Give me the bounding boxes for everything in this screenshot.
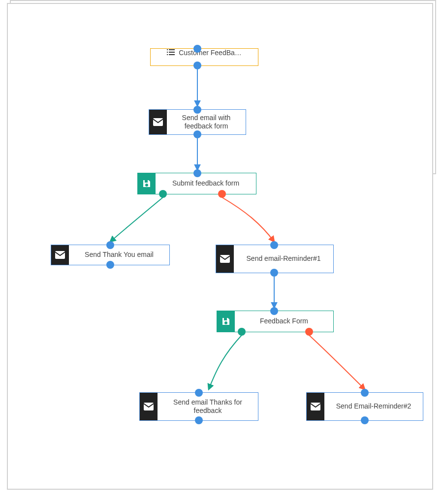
node-send-email-reminder-1[interactable]: Send email-Reminder#1 <box>216 245 334 273</box>
svg-rect-5 <box>169 54 175 55</box>
svg-point-12 <box>224 321 227 324</box>
svg-rect-7 <box>145 180 148 183</box>
diagram-canvas[interactable]: Customer FeedBa… Send email with feedbac… <box>0 0 443 504</box>
node-label: Send email with feedback form <box>167 110 246 134</box>
envelope-icon <box>307 393 324 420</box>
node-label: Submit feedback form <box>156 173 256 194</box>
root-node[interactable]: Customer FeedBa… <box>150 48 258 66</box>
envelope-icon <box>149 110 167 134</box>
svg-rect-3 <box>169 52 175 53</box>
svg-point-8 <box>145 184 148 187</box>
svg-rect-11 <box>224 318 227 320</box>
node-send-email-feedback-form[interactable]: Send email with feedback form <box>149 109 246 135</box>
node-feedback-form[interactable]: Feedback Form <box>217 311 334 332</box>
svg-rect-4 <box>167 54 168 55</box>
envelope-icon <box>140 393 158 420</box>
node-label: Send email-Reminder#1 <box>234 245 333 273</box>
root-label: Customer FeedBa… <box>179 49 242 65</box>
svg-rect-2 <box>167 52 168 53</box>
node-send-email-reminder-2[interactable]: Send Email-Reminder#2 <box>306 392 423 421</box>
node-submit-feedback-form[interactable]: Submit feedback form <box>137 173 256 194</box>
save-icon <box>217 311 235 332</box>
envelope-icon <box>216 245 234 273</box>
list-icon <box>167 49 175 65</box>
node-send-email-thanks-feedback[interactable]: Send email Thanks for feedback <box>139 392 258 421</box>
node-label: Send email Thanks for feedback <box>158 393 258 420</box>
node-send-thank-you-email[interactable]: Send Thank You email <box>51 245 170 265</box>
node-label: Send Email-Reminder#2 <box>324 393 423 420</box>
save-icon <box>138 173 156 194</box>
svg-rect-1 <box>169 49 175 50</box>
node-label: Send Thank You email <box>69 245 169 265</box>
node-label: Feedback Form <box>235 311 333 332</box>
svg-rect-0 <box>167 49 168 50</box>
envelope-icon <box>51 245 69 265</box>
